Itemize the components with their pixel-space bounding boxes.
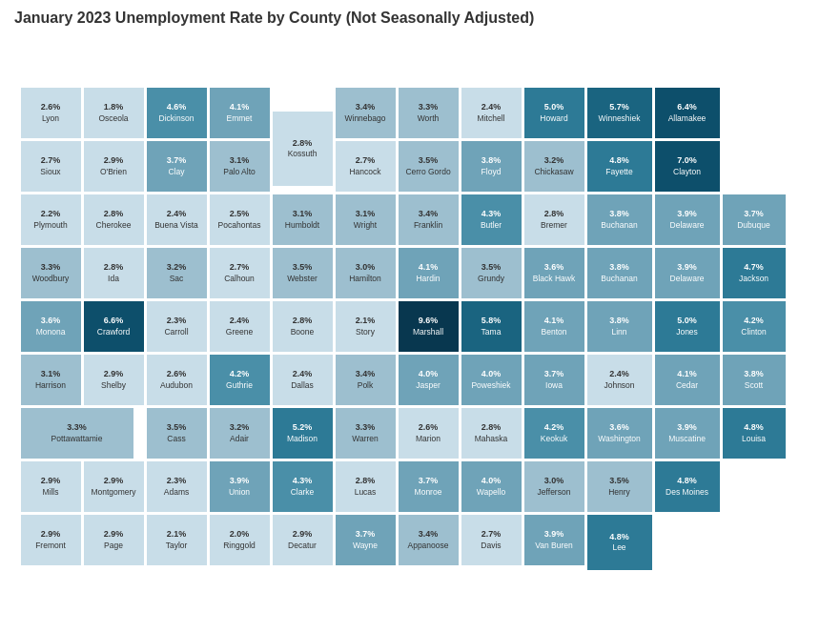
county-delaware: 3.9%Delaware bbox=[654, 194, 721, 246]
county-name: Warren bbox=[352, 434, 379, 444]
county-ringgold: 2.0%Ringgold bbox=[209, 514, 271, 566]
county-rate: 3.4% bbox=[356, 102, 376, 113]
county-rate: 1.8% bbox=[104, 102, 124, 113]
county-rate: 3.3% bbox=[67, 422, 87, 434]
county-name: Clarke bbox=[291, 487, 315, 498]
county-des_moines: 4.8%Des Moines bbox=[654, 460, 721, 513]
county-harrison: 3.1%Harrison bbox=[20, 354, 82, 406]
county-name: Worth bbox=[418, 113, 440, 124]
county-rate: 3.5% bbox=[609, 476, 629, 487]
county-rate: 2.2% bbox=[41, 209, 61, 220]
county-mills: 2.9%Mills bbox=[20, 460, 82, 513]
county-name: Mahaska bbox=[475, 434, 508, 444]
county-palo_alto: 3.1%Palo Alto bbox=[209, 140, 271, 193]
county-name: Polk bbox=[358, 380, 374, 391]
county-name: Davis bbox=[481, 541, 501, 551]
county-name: Keokuk bbox=[541, 434, 567, 444]
county-name: Lee bbox=[612, 542, 625, 553]
county-rate: 2.1% bbox=[356, 316, 376, 327]
county-guthrie: 4.2%Guthrie bbox=[209, 354, 271, 406]
county-rate: 3.2% bbox=[544, 155, 564, 167]
county-rate: 3.4% bbox=[419, 209, 439, 220]
county-rate: 2.7% bbox=[356, 155, 376, 167]
county-scott: 3.8%Scott bbox=[722, 354, 787, 406]
county-adair: 3.2%Adair bbox=[209, 407, 271, 459]
county-union: 3.9%Union bbox=[209, 460, 271, 513]
county-name: Henry bbox=[608, 487, 630, 498]
county-carroll: 2.3%Carroll bbox=[146, 300, 208, 353]
county-chickasaw: 3.2%Chickasaw bbox=[523, 140, 585, 193]
county-name: Butler bbox=[481, 220, 502, 231]
county-rate: 2.6% bbox=[41, 102, 61, 113]
county-rate: 3.4% bbox=[356, 369, 376, 380]
county-name: Black Hawk bbox=[533, 274, 575, 284]
county-rate: 4.1% bbox=[677, 369, 697, 380]
county-rate: 2.6% bbox=[419, 422, 439, 434]
county-name: Tama bbox=[481, 327, 502, 337]
county-rate: 3.5% bbox=[481, 262, 502, 274]
county-rate: 2.9% bbox=[104, 476, 124, 487]
county-cherokee: 2.8%Cherokee bbox=[83, 194, 145, 246]
county-clay: 3.7%Clay bbox=[146, 140, 208, 193]
county-rate: 4.3% bbox=[481, 209, 502, 220]
county-rate: 3.1% bbox=[356, 209, 376, 220]
county-name: Howard bbox=[540, 113, 567, 124]
county-crawford: 6.6%Crawford bbox=[83, 300, 145, 353]
county-rate: 2.7% bbox=[41, 155, 61, 167]
county-dallas: 2.4%Dallas bbox=[272, 354, 334, 406]
county-name: Woodbury bbox=[32, 274, 70, 284]
county-rate: 4.8% bbox=[609, 155, 629, 167]
county-woodbury: 3.3%Woodbury bbox=[20, 247, 82, 299]
county-rate: 9.6% bbox=[419, 316, 439, 327]
county-name: Louisa bbox=[742, 434, 766, 444]
county-rate: 2.9% bbox=[104, 155, 124, 167]
county-audubon: 2.6%Audubon bbox=[146, 354, 208, 406]
county-rate: 3.0% bbox=[356, 262, 376, 274]
county-kossuth: 2.8%Kossuth bbox=[272, 111, 334, 187]
page-title: January 2023 Unemployment Rate by County… bbox=[10, 10, 830, 27]
county-jefferson: 3.0%Jefferson bbox=[523, 460, 585, 513]
page-container: January 2023 Unemployment Rate by County… bbox=[0, 0, 840, 633]
county-rate: 5.8% bbox=[481, 316, 502, 327]
county-black_hawk: 3.6%Black Hawk bbox=[523, 247, 585, 299]
county-rate: 3.9% bbox=[230, 476, 250, 487]
county-rate: 3.8% bbox=[481, 155, 502, 167]
county-cedar: 4.1%Cedar bbox=[654, 354, 721, 406]
county-rate: 3.3% bbox=[419, 102, 439, 113]
county-name: Marshall bbox=[413, 327, 443, 337]
county-clarke: 4.3%Clarke bbox=[272, 460, 334, 513]
county-montgomery: 2.9%Montgomery bbox=[83, 460, 145, 513]
county-name: Audubon bbox=[160, 380, 193, 391]
county-name: Webster bbox=[287, 274, 318, 284]
county-name: Sioux bbox=[40, 167, 60, 177]
county-marshall: 9.6%Marshall bbox=[398, 300, 460, 353]
county-name: Fremont bbox=[35, 541, 66, 551]
county-benton: 4.1%Benton bbox=[523, 300, 585, 353]
county-name: Montgomery bbox=[91, 487, 135, 498]
county-jackson: 4.7%Jackson bbox=[722, 247, 787, 299]
county-worth: 3.3%Worth bbox=[398, 87, 460, 139]
county-rate: 3.8% bbox=[609, 209, 629, 220]
county-name: Clayton bbox=[673, 167, 701, 177]
county-rate: 2.8% bbox=[293, 138, 313, 150]
county-name: Cherokee bbox=[96, 220, 132, 231]
county-story: 2.1%Story bbox=[335, 300, 397, 353]
county-keokuk: 4.2%Keokuk bbox=[523, 407, 585, 459]
county-name: Johnson bbox=[604, 380, 634, 391]
county-name: Plymouth bbox=[33, 220, 67, 231]
county-decatur: 2.9%Decatur bbox=[272, 514, 334, 566]
county-name: Marion bbox=[416, 434, 440, 444]
county-floyd: 3.8%Floyd bbox=[461, 140, 522, 193]
county-name: Kossuth bbox=[288, 149, 318, 159]
county-warren: 3.3%Warren bbox=[335, 407, 397, 459]
county-rate: 3.8% bbox=[609, 316, 629, 327]
county-rate: 4.2% bbox=[230, 369, 250, 380]
county-rate: 3.6% bbox=[544, 262, 564, 274]
county-name: Fayette bbox=[605, 167, 632, 177]
county-rate: 2.5% bbox=[230, 209, 250, 220]
county-rate: 4.8% bbox=[744, 422, 764, 434]
county-name: Story bbox=[356, 327, 375, 337]
county-humboldt: 3.1%Humboldt bbox=[272, 194, 334, 246]
county-hancock: 2.7%Hancock bbox=[335, 140, 397, 193]
county-rate: 4.2% bbox=[544, 422, 564, 434]
